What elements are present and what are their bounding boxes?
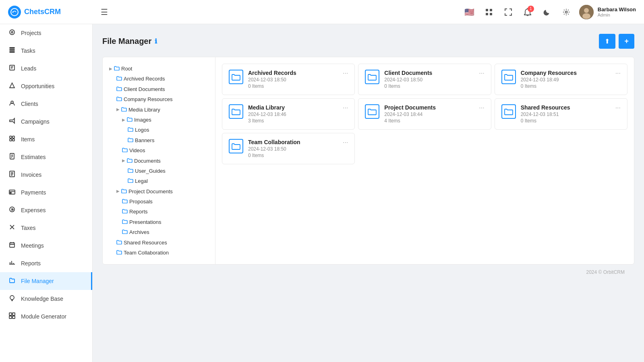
svg-point-8: [584, 8, 589, 13]
tree-label: Legal: [135, 176, 148, 186]
tree-item-legal[interactable]: Legal: [128, 176, 209, 186]
notification-icon[interactable]: 1: [521, 6, 534, 19]
svg-point-28: [12, 300, 12, 301]
file-manager-icon: [8, 277, 16, 285]
sidebar-item-meetings[interactable]: Meetings: [0, 237, 92, 254]
root-label: Root: [121, 64, 132, 73]
sidebar-item-reports[interactable]: Reports: [0, 254, 92, 272]
tree-label: Logos: [135, 125, 149, 134]
svg-rect-15: [10, 65, 14, 70]
sidebar-item-file-manager[interactable]: File Manager: [0, 272, 92, 290]
sidebar-item-clients[interactable]: Clients: [0, 95, 92, 113]
svg-rect-21: [12, 139, 14, 141]
sidebar-item-campaigns[interactable]: Campaigns: [0, 113, 92, 130]
tree-item-reports[interactable]: Reports: [122, 207, 209, 217]
sidebar-item-leads[interactable]: Leads: [0, 60, 92, 77]
estimates-icon: [8, 153, 16, 161]
folder-card-icon: [229, 70, 243, 84]
folder-card-menu[interactable]: ···: [340, 104, 348, 112]
info-icon[interactable]: ℹ: [155, 37, 157, 45]
folder-card-menu[interactable]: ···: [612, 70, 621, 77]
folder-card-icon: [501, 70, 516, 84]
dark-mode-icon[interactable]: [540, 6, 553, 19]
tree-item-logos[interactable]: Logos: [128, 125, 209, 135]
sidebar-item-module-generator[interactable]: Module Generator: [0, 308, 92, 325]
tree-item-presentations[interactable]: Presentations: [122, 217, 209, 227]
svg-rect-25: [10, 192, 11, 193]
header-action-buttons: ⬆ +: [599, 34, 634, 49]
folder-card[interactable]: Shared Resources 2024-12-03 18:51 0 Item…: [495, 98, 627, 130]
folder-card-menu[interactable]: ···: [612, 104, 621, 112]
tree-item-root[interactable]: ▶ Root: [109, 64, 209, 74]
svg-rect-12: [10, 48, 14, 48]
folder-card-menu[interactable]: ···: [340, 139, 348, 146]
folder-icon: [128, 166, 133, 176]
folder-card-menu[interactable]: ···: [476, 70, 484, 77]
sidebar-item-taxes[interactable]: Taxes: [0, 219, 92, 237]
campaigns-icon: [8, 118, 16, 126]
svg-rect-3: [490, 9, 492, 11]
folder-card[interactable]: Project Documents 2024-12-03 18:44 4 Ite…: [358, 98, 491, 130]
folder-card[interactable]: Archived Records 2024-12-03 18:50 0 Item…: [222, 64, 355, 95]
sidebar-item-invoices[interactable]: Invoices: [0, 166, 92, 184]
folder-card[interactable]: Company Resources 2024-12-03 18:49 0 Ite…: [495, 64, 627, 95]
hamburger-button[interactable]: ☰: [101, 7, 108, 17]
tree-item-project-documents[interactable]: ▶ Project Documents: [116, 186, 209, 197]
fullscreen-icon[interactable]: [502, 6, 515, 19]
svg-rect-2: [486, 9, 488, 11]
sidebar-item-payments[interactable]: Payments: [0, 184, 92, 201]
tree-item-user-guides[interactable]: User_Guides: [128, 166, 209, 176]
sidebar-item-items[interactable]: Items: [0, 130, 92, 148]
sidebar-item-expenses[interactable]: Expenses: [0, 201, 92, 219]
folder-card-count: 0 Items: [521, 83, 607, 89]
tree-item-archived-records[interactable]: Archived Records: [116, 74, 209, 84]
tree-item-images[interactable]: ▶ Images: [122, 115, 209, 125]
sidebar-item-projects[interactable]: Projects: [0, 24, 92, 42]
payments-icon: [8, 188, 16, 197]
user-profile[interactable]: Barbara Wilson Admin: [579, 5, 636, 19]
tree-children-root: Archived Records Client Documents: [116, 74, 209, 258]
folder-card-date: 2024-12-03 18:50: [384, 77, 471, 83]
tree-item-company-resources[interactable]: Company Resources: [116, 94, 209, 104]
folder-card-count: 4 Items: [384, 118, 471, 124]
tree-item-shared-resources[interactable]: Shared Resources: [116, 238, 209, 248]
tree-item-videos[interactable]: Videos: [122, 145, 209, 155]
folder-card-name: Team Collaboration: [248, 139, 335, 145]
folder-card-count: 3 Items: [248, 118, 335, 124]
tree-item-proposals[interactable]: Proposals: [122, 197, 209, 207]
sidebar-item-estimates[interactable]: Estimates: [0, 148, 92, 166]
apps-icon[interactable]: [482, 6, 495, 19]
folder-card[interactable]: Team Collaboration 2024-12-03 18:50 0 It…: [222, 133, 355, 164]
sidebar-item-knowledge-base[interactable]: Knowledge Base: [0, 290, 92, 308]
folder-icon: [121, 105, 127, 114]
sidebar-item-tasks[interactable]: Tasks: [0, 42, 92, 60]
module-generator-icon: [8, 312, 16, 321]
folder-card-date: 2024-12-03 18:49: [521, 77, 607, 83]
sidebar-item-opportunities[interactable]: Opportunities: [0, 77, 92, 95]
folder-card-menu[interactable]: ···: [476, 104, 484, 112]
folder-icon: [122, 207, 128, 216]
tree-item-documents[interactable]: ▶ Documents: [122, 156, 209, 166]
logo-icon: [8, 6, 21, 19]
folder-icon: [127, 115, 133, 124]
folder-card-menu[interactable]: ···: [340, 70, 348, 77]
upload-button[interactable]: ⬆: [599, 34, 615, 49]
language-selector[interactable]: 🇺🇸: [463, 6, 476, 19]
tree-panel: ▶ Root Archived Records: [103, 57, 215, 264]
tree-item-media-library[interactable]: ▶ Media Library: [116, 105, 209, 115]
svg-rect-14: [10, 52, 14, 52]
tree-item-archives[interactable]: Archives: [122, 227, 209, 237]
settings-icon[interactable]: [560, 6, 573, 19]
folder-icon: [116, 74, 122, 83]
tree-item-team-collaboration[interactable]: Team Collaboration: [116, 248, 209, 258]
add-button[interactable]: +: [619, 34, 634, 49]
folder-icon: [122, 197, 128, 206]
tree-label: Shared Resources: [124, 238, 167, 247]
user-role: Admin: [598, 12, 636, 17]
folder-card[interactable]: Media Library 2024-12-03 18:46 3 Items ·…: [222, 98, 355, 130]
tree-item-client-documents[interactable]: Client Documents: [116, 84, 209, 94]
arrow-icon: ▶: [116, 106, 120, 113]
tree-item-banners[interactable]: Banners: [128, 135, 209, 145]
svg-rect-20: [10, 139, 12, 141]
folder-card[interactable]: Client Documents 2024-12-03 18:50 0 Item…: [358, 64, 491, 95]
